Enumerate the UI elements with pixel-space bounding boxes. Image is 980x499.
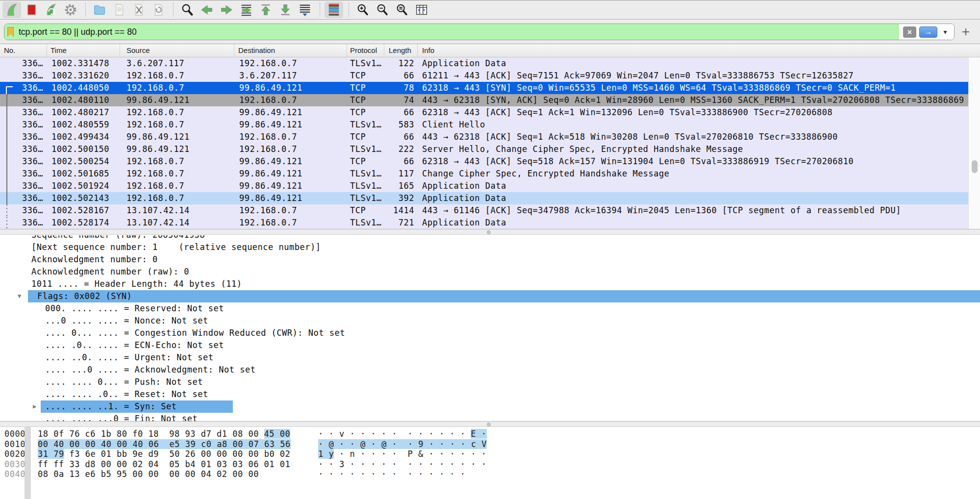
restart-capture-button[interactable] <box>42 1 60 18</box>
column-header-length[interactable]: Length <box>384 44 418 57</box>
pane-splitter[interactable] <box>0 421 980 427</box>
hex-bytes[interactable]: 00 40 00 00 40 00 40 06 e5 39 c0 a8 00 0… <box>38 439 318 449</box>
expand-triangle-icon[interactable]: ▶ <box>33 400 37 413</box>
detail-row[interactable]: Sequence number (raw): 2665041958 <box>0 235 980 241</box>
zoom-out-button[interactable] <box>373 1 392 18</box>
hex-row[interactable]: 002031 79 f3 6e 01 bb 9e d9 50 26 00 00 … <box>0 449 980 459</box>
filter-value[interactable]: tcp.port == 80 || udp.port == 80 <box>19 27 137 37</box>
cell-source: 192.168.0.7 <box>120 119 234 131</box>
hex-ascii[interactable]: · · 3 · · · · · · · · · · · · · <box>318 459 487 470</box>
detail-row[interactable]: .... .... ...0 = Fin: Not set <box>0 413 980 421</box>
detail-row[interactable]: .... 0... .... = Congestion Window Reduc… <box>0 327 980 339</box>
add-filter-button[interactable]: + <box>957 23 974 41</box>
stop-capture-button[interactable] <box>22 1 41 18</box>
pane-splitter[interactable] <box>0 229 980 235</box>
packet-row[interactable]: 336…1002.500254192.168.0.799.86.49.121TC… <box>0 155 968 168</box>
bookmark-icon[interactable] <box>7 27 14 37</box>
cell-length: 78 <box>384 82 418 94</box>
column-header-info[interactable]: Info <box>418 44 980 57</box>
packet-row[interactable]: 336…1002.448050192.168.0.799.86.49.121TC… <box>0 82 968 94</box>
packet-row[interactable]: 336…1002.501685192.168.0.799.86.49.121TL… <box>0 168 968 180</box>
go-to-first-button[interactable] <box>256 1 275 18</box>
reload-file-button[interactable] <box>149 1 168 18</box>
packet-row[interactable]: 336…1002.52817413.107.42.14192.168.0.7TL… <box>0 217 968 229</box>
zoom-reset-icon <box>395 2 409 17</box>
go-to-packet-button[interactable] <box>237 1 255 18</box>
hex-ascii[interactable]: · · · · · · · · · · · · · · <box>318 469 466 479</box>
hex-bytes[interactable]: 18 0f 76 c6 1b 80 f0 18 98 93 d7 d1 08 0… <box>38 429 318 439</box>
detail-row[interactable]: 000. .... .... = Reserved: Not set <box>0 302 980 315</box>
hex-ascii[interactable]: 1 y · n · · · · P & · · · · · · <box>318 449 487 459</box>
packet-row[interactable]: 336…1002.480217192.168.0.799.86.49.121TC… <box>0 106 968 119</box>
hex-row[interactable]: 001000 40 00 00 40 00 40 06 e5 39 c0 a8 … <box>0 439 980 449</box>
detail-row[interactable]: .... .... .0.. = Reset: Not set <box>0 388 980 400</box>
open-file-button[interactable] <box>90 1 109 18</box>
detail-row[interactable]: .... ..0. .... = Urgent: Not set <box>0 351 980 364</box>
column-header-protocol[interactable]: Protocol <box>347 44 384 57</box>
cell-length: 74 <box>384 94 418 106</box>
packet-row[interactable]: 336…1002.49943499.86.49.121192.168.0.7TC… <box>0 131 968 143</box>
detail-row[interactable]: .... .... 0... = Push: Not set <box>0 376 980 388</box>
auto-scroll-button[interactable] <box>296 1 314 18</box>
cell-protocol: TLSv1… <box>347 217 384 229</box>
hex-offset: 0010 <box>0 439 38 449</box>
colorize-button[interactable] <box>325 1 343 18</box>
column-header-destination[interactable]: Destination <box>234 44 347 57</box>
zoom-in-button[interactable] <box>353 1 372 18</box>
resize-columns-button[interactable] <box>412 1 431 18</box>
column-header-source[interactable]: Source <box>120 44 234 57</box>
go-forward-button[interactable] <box>217 1 236 18</box>
go-back-button[interactable] <box>198 1 216 18</box>
cell-source: 13.107.42.14 <box>120 204 234 217</box>
hex-bytes[interactable]: ff ff 33 d8 00 00 02 04 05 b4 01 03 03 0… <box>38 459 318 470</box>
cell-source: 3.6.207.117 <box>120 57 234 70</box>
save-file-button[interactable] <box>110 1 128 18</box>
filter-input-area[interactable]: tcp.port == 80 || udp.port == 80 <box>4 24 899 40</box>
detail-row[interactable]: 1011 .... = Header Length: 44 bytes (11) <box>0 278 980 290</box>
scrollbar-thumb[interactable] <box>972 160 978 173</box>
detail-row[interactable]: Acknowledgment number: 0 <box>0 253 980 266</box>
close-file-button[interactable] <box>129 1 148 18</box>
detail-row[interactable]: .... ...0 .... = Acknowledgment: Not set <box>0 364 980 376</box>
start-capture-button[interactable] <box>2 1 21 18</box>
cell-length: 122 <box>384 57 418 70</box>
packet-row[interactable]: 336…1002.331620192.168.0.73.6.207.117TCP… <box>0 70 968 82</box>
detail-row[interactable]: ...0 .... .... = Nonce: Not set <box>0 315 980 327</box>
hex-bytes[interactable]: 08 0a 13 e6 b5 95 00 00 00 00 04 02 00 0… <box>38 469 318 479</box>
hex-offset: 0000 <box>0 429 38 439</box>
cell-destination: 99.86.49.121 <box>234 180 347 192</box>
packet-row[interactable]: 336…1002.52816713.107.42.14192.168.0.7TC… <box>0 204 968 217</box>
filter-dropdown-button[interactable]: ▾ <box>940 28 950 36</box>
go-to-last-button[interactable] <box>276 1 295 18</box>
find-packet-button[interactable] <box>178 1 197 18</box>
packet-row[interactable]: 336…1002.50015099.86.49.121192.168.0.7TL… <box>0 143 968 155</box>
zoom-reset-button[interactable] <box>393 1 411 18</box>
column-header-no[interactable]: No. <box>0 44 47 57</box>
packet-row[interactable]: 336…1002.501924192.168.0.799.86.49.121TL… <box>0 180 968 192</box>
packet-row[interactable]: 336…1002.480559192.168.0.799.86.49.121TL… <box>0 119 968 131</box>
hex-ascii[interactable]: · @ · · @ · @ · · 9 · · · · c V <box>318 439 487 449</box>
detail-row[interactable]: [Next sequence number: 1 (relative seque… <box>0 241 980 253</box>
apply-filter-button[interactable]: → <box>919 26 937 38</box>
cell-protocol: TCP <box>347 131 384 143</box>
packet-row[interactable]: 336…1002.502143192.168.0.799.86.49.121TL… <box>0 192 968 204</box>
hex-row[interactable]: 0030ff ff 33 d8 00 00 02 04 05 b4 01 03 … <box>0 459 980 470</box>
hex-ascii[interactable]: · · v · · · · · · · · · · · E · <box>318 429 487 439</box>
cell-time: 1002.331478 <box>47 57 120 70</box>
hex-bytes[interactable]: 31 79 f3 6e 01 bb 9e d9 50 26 00 00 00 0… <box>38 449 318 459</box>
display-filter-input[interactable]: tcp.port == 80 || udp.port == 80 × → ▾ <box>4 24 955 40</box>
reload-document-icon <box>151 2 166 17</box>
scrollbar-track[interactable] <box>968 57 980 229</box>
capture-options-button[interactable] <box>61 1 80 18</box>
hex-row[interactable]: 004008 0a 13 e6 b5 95 00 00 00 00 04 02 … <box>0 469 980 479</box>
packet-row[interactable]: 336…1002.3314783.6.207.117192.168.0.7TLS… <box>0 57 968 70</box>
collapse-triangle-icon[interactable]: ▼ <box>18 290 22 302</box>
column-header-time[interactable]: Time <box>47 44 120 57</box>
clear-filter-button[interactable]: × <box>903 26 916 38</box>
hex-row[interactable]: 000018 0f 76 c6 1b 80 f0 18 98 93 d7 d1 … <box>0 429 980 439</box>
detail-row[interactable]: ▼Flags: 0x002 (SYN) <box>0 290 980 302</box>
detail-row[interactable]: ▶.... .... ..1. = Syn: Set <box>0 400 980 413</box>
detail-row[interactable]: .... .0.. .... = ECN-Echo: Not set <box>0 339 980 351</box>
packet-row[interactable]: 336…1002.48011099.86.49.121192.168.0.7TC… <box>0 94 968 106</box>
detail-row[interactable]: Acknowledgment number (raw): 0 <box>0 266 980 278</box>
